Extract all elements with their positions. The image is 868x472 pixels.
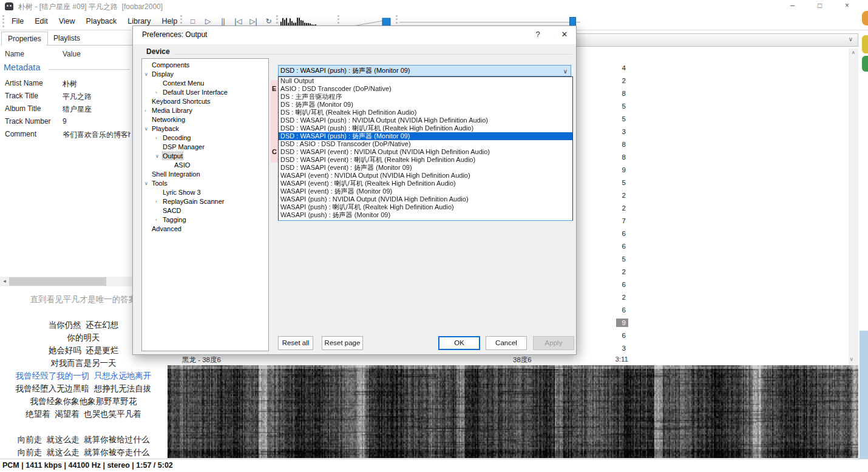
reset-page-button[interactable]: Reset page [322,336,363,350]
device-option[interactable]: WASAPI (event) : 喇叭/耳机 (Realtek High Def… [279,180,572,187]
playlist-row[interactable]: 黑龙 - 38度6 38度6 3:11 ∨ [168,355,849,365]
metadata-group-rule [49,69,130,70]
desktop-edge-fragment [860,331,868,472]
scroll-up-icon[interactable]: ˄ [849,49,858,58]
device-option[interactable]: DSD : WASAPI (event) : 扬声器 (Monitor 09) [279,164,572,172]
playlist-duration-fragment: 6 [577,240,628,253]
tree-item-label: Display [152,70,174,78]
table-row[interactable]: Track Title 平凡之路 [0,90,132,103]
tab-playlists[interactable]: Playlists [47,32,86,46]
reset-all-button[interactable]: Reset all [278,336,313,350]
minimize-icon[interactable]: – [779,0,806,12]
tree-item[interactable]: Keyboard Shortcuts [142,97,268,106]
menu-item[interactable]: Playback [81,15,123,29]
table-row[interactable]: Track Number 9 [0,115,132,128]
seekbar[interactable] [399,22,580,23]
tree-item[interactable]: ∨ Display [142,70,268,79]
device-option[interactable]: Null Output [279,77,572,85]
tree-expander-icon[interactable]: › [155,88,157,97]
lyric-line: 向前走 就这么走 就算你被给过什么 [0,433,167,446]
tree-item[interactable]: Context Menu [142,79,268,88]
tree-expander-icon[interactable]: ∨ [144,124,148,133]
device-option[interactable]: DSD : ASIO : DSD Transcoder (DoP/Native) [279,140,572,148]
tree-item[interactable]: › Default User Interface [142,88,268,97]
device-option[interactable]: DSD : WASAPI (push) : NVIDIA Output (NVI… [279,116,572,124]
device-option[interactable]: DSD : WASAPI (push) : 喇叭/耳机 (Realtek Hig… [279,124,572,132]
playlist-selector-bar[interactable]: ∨ [575,33,858,47]
device-option[interactable]: DSD : WASAPI (push) : 扬声器 (Monitor 09) [279,132,572,140]
device-option[interactable]: WASAPI (event) : NVIDIA Output (NVIDIA H… [279,172,572,180]
tree-item[interactable]: DSP Manager [142,143,268,152]
chevron-down-icon[interactable]: ∨ [563,66,568,76]
menu-item[interactable]: File [6,15,29,29]
device-group-label: Device [146,47,174,56]
device-option[interactable]: DS : 扬声器 (Monitor 09) [279,101,572,109]
tree-item[interactable]: Components [142,61,268,70]
scrollbar-thumb[interactable] [9,277,106,286]
horizontal-scrollbar[interactable]: ◂ [0,277,132,286]
property-value: 爷们喜欢音乐的博客ht [63,130,131,140]
tree-item-label: Lyric Show 3 [163,189,201,196]
playlist-duration-fragment: 6 [577,278,628,291]
tree-item[interactable]: › Media Library [142,106,268,115]
tree-item[interactable]: Advanced [142,224,268,234]
device-combobox-value: DSD : WASAPI (push) : 扬声器 (Monitor 09) [280,67,410,74]
tree-expander-icon[interactable]: › [155,133,157,143]
tree-item[interactable]: ASIO [142,161,268,170]
playlist-duration-fragment: 2 [577,189,628,202]
device-option[interactable]: DSD : WASAPI (event) : 喇叭/耳机 (Realtek Hi… [279,156,572,164]
close-icon[interactable]: × [833,0,861,12]
tree-expander-icon[interactable]: ∨ [144,179,148,188]
table-row[interactable]: Album Title 猎户星座 [0,103,132,115]
property-value: 朴树 [63,79,131,89]
cancel-button[interactable]: Cancel [486,336,527,350]
ok-button[interactable]: OK [438,336,480,350]
vertical-scrollbar[interactable]: ˄ [849,49,858,365]
device-option[interactable]: ASIO : DSD Transcoder (DoP/Native) [279,85,572,93]
desktop-icon-fragment [862,35,868,53]
playlist-duration-fragment: 2 [577,202,628,215]
tree-item[interactable]: Shell Integration [142,170,268,179]
maximize-icon[interactable]: □ [806,0,833,12]
apply-button[interactable]: Apply [533,336,574,350]
table-row[interactable]: Artist Name 朴树 [0,77,132,90]
tree-item[interactable]: SACD [142,206,268,215]
device-option[interactable]: WASAPI (event) : 扬声器 (Monitor 09) [279,187,572,195]
tree-item[interactable]: ∨ Output [142,152,268,161]
tree-expander-icon[interactable]: › [155,197,157,206]
column-header-name[interactable]: Name [5,50,24,58]
tree-item[interactable]: Lyric Show 3 [142,188,268,197]
tree-expander-icon[interactable]: ∨ [144,70,148,79]
device-option[interactable]: DSD : WASAPI (event) : NVIDIA Output (NV… [279,148,572,156]
playlist-duration-fragment: 3 [577,126,628,138]
properties-table-header: Name Value [0,49,132,61]
clipped-duration-column: 42855388952276652626963 [577,62,628,355]
tree-expander-icon[interactable]: › [144,106,146,115]
column-header-value[interactable]: Value [63,50,81,58]
playlist-duration-fragment: 7 [577,215,628,228]
chevron-down-icon[interactable]: ∨ [849,36,853,42]
tree-item-label: Default User Interface [163,89,228,96]
tree-item[interactable]: › Decoding [142,133,268,143]
dialog-close-icon[interactable]: ✕ [553,26,576,44]
tree-item[interactable]: ∨ Playback [142,124,268,133]
device-combobox[interactable]: DSD : WASAPI (push) : 扬声器 (Monitor 09) ∨ [278,65,571,76]
device-option[interactable]: DS : 喇叭/耳机 (Realtek High Definition Audi… [279,109,572,116]
tree-expander-icon[interactable]: ∨ [155,152,159,161]
scroll-left-icon[interactable]: ◂ [0,277,9,286]
device-option[interactable]: WASAPI (push) : 喇叭/耳机 (Realtek High Defi… [279,203,572,211]
device-option[interactable]: WASAPI (push) : 扬声器 (Monitor 09) [279,211,572,219]
device-option[interactable]: DS : 主声音驱动程序 [279,93,572,101]
tree-item[interactable]: › ReplayGain Scanner [142,197,268,206]
tree-item[interactable]: Networking [142,115,268,124]
menu-item[interactable]: Edit [29,15,53,29]
lyric-line: 对我而言是另一天 [0,357,167,369]
tree-item[interactable]: › Tagging [142,215,268,224]
help-icon[interactable]: ? [526,26,549,44]
tree-item[interactable]: ∨ Tools [142,179,268,188]
table-row[interactable]: Comment 爷们喜欢音乐的博客ht [0,128,132,141]
tree-expander-icon[interactable]: › [155,215,157,224]
tab-properties[interactable]: Properties [1,32,48,46]
device-option[interactable]: WASAPI (push) : NVIDIA Output (NVIDIA Hi… [279,195,572,203]
menu-item[interactable]: View [53,15,81,29]
